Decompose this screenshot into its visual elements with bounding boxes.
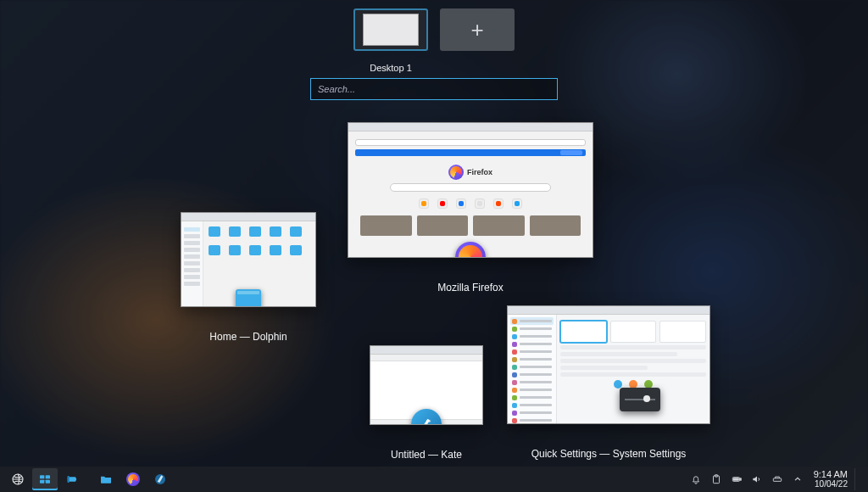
svg-rect-5 <box>68 476 70 483</box>
titlebar <box>370 346 482 355</box>
svg-rect-4 <box>46 480 50 484</box>
show-desktop-button[interactable] <box>854 468 863 490</box>
clock-time: 9:14 AM <box>814 470 848 480</box>
folder-icon <box>236 289 261 307</box>
svg-rect-1 <box>40 475 44 478</box>
titlebar <box>508 306 709 315</box>
firefox-info-bar <box>355 149 586 156</box>
firefox-pocket-cards <box>355 215 586 236</box>
window-tile-dolphin[interactable]: Home — Dolphin <box>181 212 316 343</box>
titlebar <box>348 123 593 131</box>
desktop-thumbnail-1[interactable] <box>353 8 428 51</box>
tray-clipboard-icon[interactable] <box>707 468 726 490</box>
overview-search[interactable] <box>310 78 558 100</box>
settings-sidebar <box>508 315 557 423</box>
window-tile-system-settings[interactable]: Quick Settings — System Settings <box>507 305 710 460</box>
desktop-label: Desktop 1 <box>353 63 428 73</box>
task-discover[interactable] <box>59 468 85 490</box>
tray-battery-icon[interactable] <box>727 468 746 490</box>
firefox-icon <box>455 242 486 258</box>
window-caption: Home — Dolphin <box>181 331 316 343</box>
taskbar: 9:14 AM 10/04/22 <box>0 467 868 492</box>
desktop-thumbnail-preview <box>363 14 419 46</box>
window-tile-kate[interactable]: Untitled — Kate <box>370 345 483 461</box>
kate-toolbar <box>370 355 482 361</box>
svg-rect-11 <box>733 478 738 480</box>
tray-volume-icon[interactable] <box>748 468 766 490</box>
application-launcher-button[interactable] <box>5 468 31 490</box>
virtual-desktop-pager: Desktop 1 + <box>0 8 868 51</box>
firefox-home-search <box>390 183 551 192</box>
task-dolphin[interactable] <box>93 468 119 490</box>
titlebar <box>181 213 315 221</box>
firefox-top-sites <box>355 198 586 209</box>
panel-clock[interactable]: 9:14 AM 10/04/22 <box>809 470 851 489</box>
firefox-urlbar <box>355 139 586 146</box>
window-caption: Untitled — Kate <box>370 449 483 461</box>
window-caption: Quick Settings — System Settings <box>507 448 710 460</box>
svg-rect-12 <box>773 478 781 482</box>
tray-chevron-up-icon[interactable] <box>788 468 807 490</box>
tray-notifications-icon[interactable] <box>687 468 705 490</box>
svg-rect-3 <box>40 480 44 484</box>
task-overview[interactable] <box>32 468 58 490</box>
settings-slider-popup <box>620 388 660 411</box>
plus-icon: + <box>470 17 483 43</box>
task-kate[interactable] <box>147 468 173 490</box>
window-tile-firefox[interactable]: Firefox Mozilla Firefox <box>348 122 593 294</box>
firefox-logo: Firefox <box>355 165 586 180</box>
svg-rect-10 <box>740 478 741 480</box>
window-caption: Mozilla Firefox <box>348 282 593 294</box>
clock-date: 10/04/22 <box>814 480 848 489</box>
search-input[interactable] <box>318 84 550 94</box>
dolphin-places-panel <box>181 221 203 306</box>
add-desktop-button[interactable]: + <box>440 8 515 51</box>
tray-network-icon[interactable] <box>768 468 787 490</box>
task-firefox[interactable] <box>120 468 146 490</box>
svg-rect-2 <box>46 475 50 478</box>
